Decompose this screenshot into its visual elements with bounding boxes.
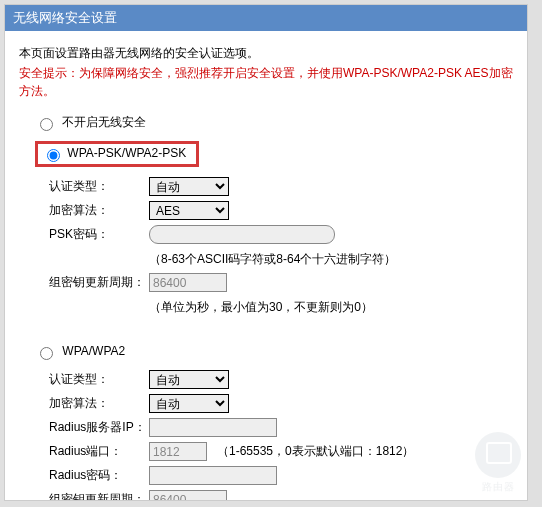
content-area: 本页面设置路由器无线网络的安全认证选项。 安全提示：为保障网络安全，强烈推荐开启… — [5, 31, 527, 501]
wpa-block: 认证类型： 自动 加密算法： 自动 Radius服务器IP： Radius端口：… — [49, 370, 513, 501]
label-radius-pw: Radius密码： — [49, 467, 149, 484]
router-icon — [475, 432, 521, 478]
option-psk[interactable]: WPA-PSK/WPA2-PSK — [35, 141, 513, 167]
label-radius-ip: Radius服务器IP： — [49, 419, 149, 436]
radio-wpa-label: WPA/WPA2 — [62, 344, 125, 358]
psk-enc-select[interactable]: AES — [149, 201, 229, 220]
settings-window: 无线网络安全设置 本页面设置路由器无线网络的安全认证选项。 安全提示：为保障网络… — [4, 4, 528, 501]
option-wpa[interactable]: WPA/WPA2 — [35, 344, 513, 360]
radio-psk-label: WPA-PSK/WPA2-PSK — [67, 146, 186, 160]
radius-port-input[interactable] — [149, 442, 207, 461]
psk-password-input[interactable] — [149, 225, 335, 244]
psk-rekey-hint: （单位为秒，最小值为30，不更新则为0） — [149, 297, 513, 316]
label-pskpw: PSK密码： — [49, 226, 149, 243]
watermark: 路由器 — [475, 432, 521, 494]
wpa-rekey-input[interactable] — [149, 490, 227, 501]
radio-wpa[interactable] — [40, 347, 53, 360]
radio-none-label: 不开启无线安全 — [62, 115, 146, 129]
psk-block: 认证类型： 自动 加密算法： AES PSK密码： （8-63个ASCII码字符… — [49, 177, 513, 316]
psk-rekey-input[interactable] — [149, 273, 227, 292]
label-radius-port: Radius端口： — [49, 443, 149, 460]
label-wpa-auth: 认证类型： — [49, 371, 149, 388]
radius-pw-input[interactable] — [149, 466, 277, 485]
psk-password-hint: （8-63个ASCII码字符或8-64个十六进制字符） — [149, 249, 513, 268]
label-enc: 加密算法： — [49, 202, 149, 219]
wpa-enc-select[interactable]: 自动 — [149, 394, 229, 413]
psk-auth-select[interactable]: 自动 — [149, 177, 229, 196]
wpa-auth-select[interactable]: 自动 — [149, 370, 229, 389]
radius-ip-input[interactable] — [149, 418, 277, 437]
label-wpa-rekey: 组密钥更新周期： — [49, 491, 149, 501]
intro-text: 本页面设置路由器无线网络的安全认证选项。 — [19, 45, 513, 62]
radio-psk[interactable] — [47, 149, 60, 162]
label-rekey: 组密钥更新周期： — [49, 274, 149, 291]
option-none[interactable]: 不开启无线安全 — [35, 114, 513, 131]
radio-none[interactable] — [40, 118, 53, 131]
watermark-text: 路由器 — [475, 480, 521, 494]
psk-highlight: WPA-PSK/WPA2-PSK — [35, 141, 199, 167]
security-warning: 安全提示：为保障网络安全，强烈推荐开启安全设置，并使用WPA-PSK/WPA2-… — [19, 64, 513, 100]
label-wpa-enc: 加密算法： — [49, 395, 149, 412]
label-auth: 认证类型： — [49, 178, 149, 195]
radius-port-hint: （1-65535，0表示默认端口：1812） — [217, 443, 414, 460]
window-title: 无线网络安全设置 — [5, 5, 527, 31]
